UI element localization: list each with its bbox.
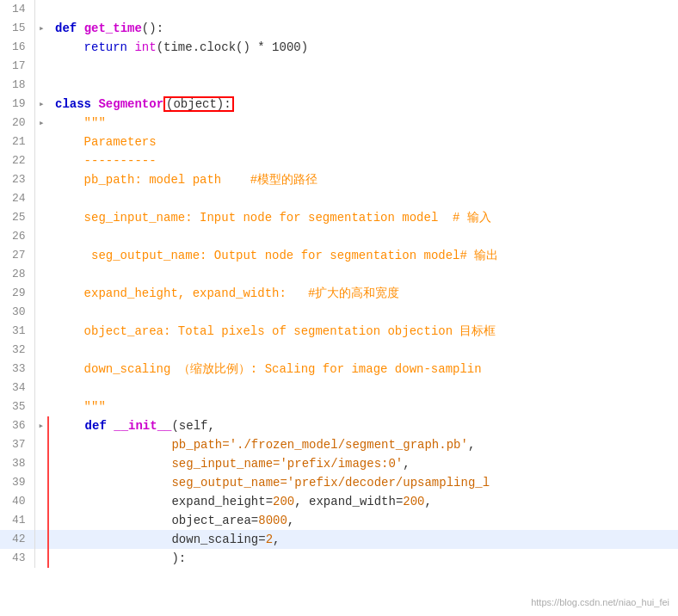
table-row: 17 [0,57,678,76]
string-value: seg_output_name='prefix/decoder/upsampli… [171,476,490,490]
line-number: 34 [0,379,34,397]
fold-icon[interactable]: ▸ [34,416,48,435]
line-content [48,0,678,19]
fold-icon [34,151,48,170]
table-row: 19 ▸ class Segmentor(object): [0,95,678,114]
fold-icon [34,379,48,397]
table-row: 29 expand_height, expand_width: #扩大的高和宽度 [0,284,678,303]
line-number: 31 [0,322,34,341]
line-number: 43 [0,549,34,568]
keyword: def [55,22,77,35]
table-row: 23 pb_path: model path #模型的路径 [0,170,678,189]
table-row: 28 [0,265,678,284]
table-row: 15 ▸ def get_time(): [0,19,678,38]
table-row: 22 ---------- [0,151,678,170]
table-row: 16 return int(time.clock() * 1000) [0,38,678,57]
line-number: 33 [0,360,34,379]
table-row: 24 [0,189,678,208]
table-row: 39 seg_output_name='prefix/decoder/upsam… [0,473,678,492]
fold-icon [34,0,48,19]
docstring: object_area: Total pixels of segmentatio… [84,324,460,338]
fold-icon [34,322,48,341]
line-content: seg_input_name: Input node for segmentat… [48,208,678,227]
fold-icon[interactable]: ▸ [34,19,48,38]
paren-highlight: (object): [163,96,234,112]
line-content: object_area: Total pixels of segmentatio… [48,322,678,341]
line-content: object_area=8000, [48,511,678,530]
line-content: pb_path: model path #模型的路径 [48,170,678,189]
line-number: 29 [0,284,34,303]
fold-icon[interactable]: ▸ [34,114,48,132]
table-row: 37 pb_path='./frozen_model/segment_graph… [0,435,678,454]
line-number: 19 [0,95,34,114]
line-content: down_scaling=2, [48,530,678,549]
function-name: get_time [84,22,142,35]
fold-icon [34,435,48,454]
line-content [48,341,678,360]
table-row: 41 object_area=8000, [0,511,678,530]
line-content: return int(time.clock() * 1000) [48,38,678,57]
fold-icon [34,530,48,549]
keyword: def [85,419,107,433]
line-content: def __init__(self, [48,416,678,435]
number-value: 8000 [258,514,287,527]
line-content: """ [48,114,678,132]
table-row: 27 seg_output_name: Output node for segm… [0,246,678,265]
line-content [48,227,678,246]
builtin: int [134,40,156,54]
fold-icon [34,189,48,208]
line-number: 25 [0,208,34,227]
comment: 目标框 [459,324,496,338]
docstring: down_scaling （缩放比例）: Scaling for image d… [84,362,482,376]
docstring: seg_input_name: Input node for segmentat… [84,211,453,225]
line-number: 28 [0,265,34,284]
table-row: 38 seg_input_name='prefix/images:0', [0,454,678,473]
fold-icon [34,492,48,511]
line-content [48,303,678,322]
line-content [48,76,678,95]
code-table: 14 15 ▸ def get_time(): 16 return int(ti… [0,0,678,568]
line-number: 26 [0,227,34,246]
docstring: pb_path: model path [84,173,250,187]
table-row: 34 [0,379,678,397]
docstring: """ [84,116,106,130]
table-row: 21 Parameters [0,132,678,151]
fold-icon [34,341,48,360]
watermark: https://blog.csdn.net/niao_hui_fei [531,597,669,607]
line-content: def get_time(): [48,19,678,38]
table-row: 40 expand_height=200, expand_width=200, [0,492,678,511]
line-number: 15 [0,19,34,38]
line-number: 18 [0,76,34,95]
fold-icon[interactable]: ▸ [34,95,48,114]
line-content [48,189,678,208]
line-number: 38 [0,454,34,473]
table-row: 43 ): [0,549,678,568]
fold-icon [34,397,48,416]
table-row: 30 [0,303,678,322]
line-number: 42 [0,530,34,549]
table-row: 31 object_area: Total pixels of segmenta… [0,322,678,341]
line-content: down_scaling （缩放比例）: Scaling for image d… [48,360,678,379]
fold-icon [34,170,48,189]
string-value: pb_path='./frozen_model/segment_graph.pb… [171,438,467,452]
line-number: 16 [0,38,34,57]
line-number: 27 [0,246,34,265]
line-number: 36 [0,416,34,435]
table-row: 33 down_scaling （缩放比例）: Scaling for imag… [0,360,678,379]
line-content: seg_output_name='prefix/decoder/upsampli… [48,473,678,492]
line-content: """ [48,397,678,416]
fold-icon [34,208,48,227]
comment: # 输出 [460,249,499,262]
function-name: __init__ [114,419,171,433]
string-value: seg_input_name='prefix/images:0' [171,457,403,471]
line-content [48,265,678,284]
line-number: 30 [0,303,34,322]
comment: # 输入 [453,211,491,225]
fold-icon [34,246,48,265]
comment: #扩大的高和宽度 [308,286,399,300]
line-number: 23 [0,170,34,189]
line-content: seg_input_name='prefix/images:0', [48,454,678,473]
fold-icon [34,284,48,303]
line-number: 41 [0,511,34,530]
line-number: 37 [0,435,34,454]
